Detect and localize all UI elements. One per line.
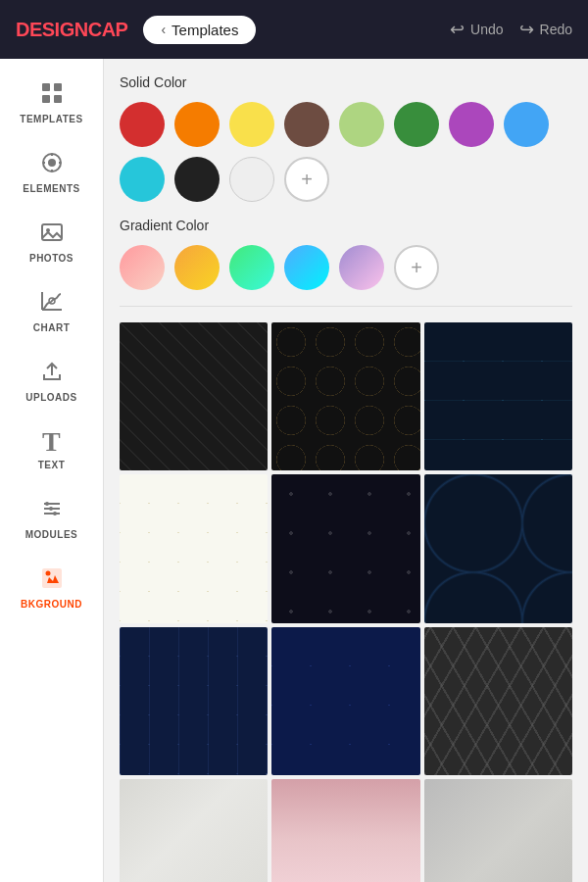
background-pattern-grid [120,322,572,882]
content-panel: Solid Color + Gradient Color + [104,59,588,882]
swatch-grad-pink[interactable] [120,245,165,290]
swatch-grad-teal[interactable] [284,245,329,290]
gradient-color-swatches: + [120,245,572,290]
bg-pattern-navy-hex[interactable] [120,627,268,775]
swatch-yellow[interactable] [229,102,274,147]
svg-rect-2 [42,95,50,103]
swatch-dark-green[interactable] [394,102,439,147]
modules-icon [39,496,65,525]
swatch-white[interactable] [229,157,274,202]
sidebar-label-chart: CHART [33,322,71,333]
svg-point-5 [48,159,56,167]
sidebar-item-modules[interactable]: MODULES [0,482,103,552]
undo-button[interactable]: ↩ Undo [450,19,503,40]
sidebar-label-uploads: UPLOADS [25,392,76,403]
bg-pattern-white-diamond[interactable] [120,474,268,622]
gradient-color-title: Gradient Color [120,218,572,233]
header: DESIGNCAP ‹ Templates ↩ Undo ↪ Redo [0,0,588,59]
logo-design: DESIGN [16,19,88,40]
redo-button[interactable]: ↪ Redo [519,19,572,40]
add-solid-color-button[interactable]: + [284,157,329,202]
sidebar-item-photos[interactable]: PHOTOS [0,206,103,275]
sidebar-item-chart[interactable]: CHART [0,275,103,345]
bg-pattern-navy-geo[interactable] [271,627,419,775]
swatch-orange[interactable] [174,102,220,147]
sidebar-label-modules: MODULES [25,529,78,540]
bg-pattern-dark-stripe[interactable] [424,627,572,775]
main-layout: TEMPLATES ELEMENTS [0,59,588,882]
bg-pattern-dark-ogee[interactable] [271,322,419,470]
swatch-red[interactable] [120,102,165,147]
logo: DESIGNCAP [16,19,127,41]
bg-pattern-gray-marble[interactable] [424,779,572,882]
sidebar-label-text: TEXT [38,460,66,470]
swatch-light-green[interactable] [339,102,384,147]
swatch-blue[interactable] [504,102,549,147]
sidebar-item-text[interactable]: T TEXT [0,415,103,482]
bkground-icon [39,565,65,595]
svg-point-20 [49,507,53,511]
sidebar-label-photos: PHOTOS [29,253,74,264]
svg-point-19 [45,502,49,506]
redo-label: Redo [540,22,572,37]
sidebar-label-bkground: BKGROUND [21,599,82,610]
bg-pattern-white-marble[interactable] [120,779,268,882]
solid-color-swatches: + [120,102,572,202]
swatch-purple[interactable] [449,102,494,147]
sidebar-item-templates[interactable]: TEMPLATES [0,67,103,136]
elements-icon [39,150,65,179]
solid-color-title: Solid Color [120,74,572,90]
bg-pattern-dark-circle[interactable] [424,474,572,622]
svg-rect-1 [54,83,62,91]
swatch-grad-green[interactable] [229,245,274,290]
svg-point-23 [45,571,50,576]
photos-icon [39,220,65,249]
svg-point-21 [53,512,57,515]
swatch-black[interactable] [174,157,220,202]
sidebar-label-elements: ELEMENTS [23,183,79,194]
sidebar-item-uploads[interactable]: UPLOADS [0,345,103,415]
sidebar: TEMPLATES ELEMENTS [0,59,104,882]
logo-cap: CAP [88,19,128,40]
templates-label: Templates [172,22,238,38]
uploads-icon [39,359,65,388]
sidebar-item-bkground[interactable]: BKGROUND [0,552,103,621]
undo-icon: ↩ [450,19,465,40]
swatch-brown[interactable] [284,102,329,147]
section-divider [120,306,572,307]
bg-pattern-pink-wash[interactable] [271,779,419,882]
svg-rect-10 [42,224,62,240]
undo-label: Undo [470,22,503,37]
chevron-left-icon: ‹ [161,22,166,37]
svg-rect-3 [54,95,62,103]
add-gradient-color-button[interactable]: + [394,245,439,290]
text-icon: T [42,428,61,456]
sidebar-label-templates: TEMPLATES [20,114,82,124]
bg-pattern-dark-dots[interactable] [271,474,419,622]
chart-icon [39,289,65,318]
bg-pattern-dark-cross[interactable] [120,322,268,470]
templates-icon [39,80,65,110]
bg-pattern-dark-triangle[interactable] [424,322,572,470]
svg-rect-0 [42,83,50,91]
sidebar-item-elements[interactable]: ELEMENTS [0,136,103,206]
svg-rect-22 [42,568,62,588]
templates-button[interactable]: ‹ Templates [143,16,256,44]
swatch-grad-orange[interactable] [174,245,220,290]
swatch-teal[interactable] [120,157,165,202]
redo-icon: ↪ [519,19,534,40]
swatch-grad-purple[interactable] [339,245,384,290]
